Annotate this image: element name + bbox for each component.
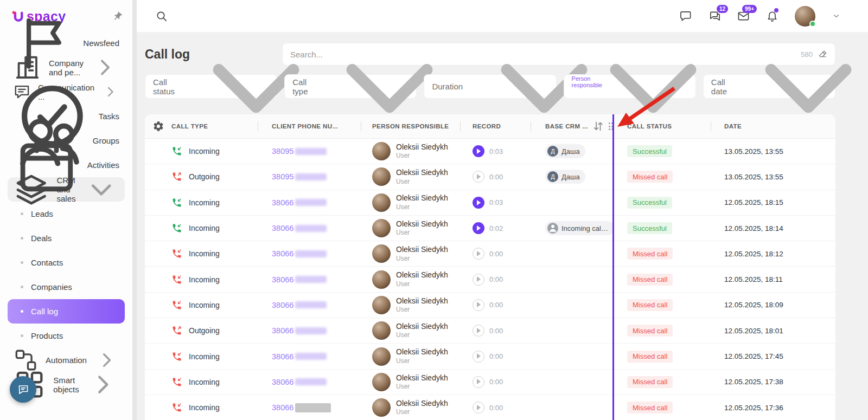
- column-header-base-crm[interactable]: BASE CRM ...: [531, 114, 613, 138]
- client-phone-link[interactable]: 38066: [272, 326, 327, 335]
- person-cell: Oleksii SiedykhUser: [361, 219, 460, 237]
- table-row[interactable]: Incoming38066Oleksii SiedykhUser0:00Miss…: [145, 267, 835, 292]
- phone-in-icon: [171, 146, 182, 157]
- table-row[interactable]: Incoming38066Oleksii SiedykhUser0:00Miss…: [145, 241, 835, 267]
- avatar: [372, 219, 391, 237]
- sidebar-item-companies[interactable]: Companies: [8, 275, 125, 299]
- filter-call-date[interactable]: Call date: [703, 74, 835, 99]
- bullet-dot: [21, 261, 23, 264]
- sidebar-item-contacts[interactable]: Contacts: [8, 250, 125, 275]
- search-icon[interactable]: [155, 10, 168, 22]
- column-header-record[interactable]: RECORD: [460, 114, 531, 138]
- column-header-call-status[interactable]: CALL STATUS: [613, 114, 711, 138]
- filter-person-responsible[interactable]: Person responsibleOleksii Sied...: [564, 74, 696, 99]
- client-phone-link[interactable]: 38066: [272, 198, 327, 207]
- client-phone-link[interactable]: 38066: [272, 301, 327, 309]
- play-button[interactable]: [473, 274, 484, 286]
- status-badge: Missed call: [627, 376, 673, 388]
- play-button[interactable]: [473, 171, 484, 183]
- base-crm-label: Даша: [561, 173, 580, 181]
- column-header-call-type[interactable]: CALL TYPE: [164, 114, 258, 138]
- pin-icon[interactable]: [112, 11, 123, 22]
- table-body: Incoming38095Oleksii SiedykhUser0:03ДДаш…: [145, 139, 835, 420]
- call-type-cell: Incoming: [164, 197, 258, 208]
- main-area: 12 99+ Call log: [137, 0, 868, 420]
- play-button[interactable]: [473, 376, 484, 388]
- status-cell: Missed call: [613, 171, 711, 183]
- sidebar-item-products[interactable]: Products: [8, 324, 125, 348]
- avatar: [372, 347, 391, 366]
- column-header-client-phone[interactable]: CLIENT PHONE NU...: [258, 114, 361, 138]
- table-row[interactable]: Outgoing38066Oleksii SiedykhUser0:00Miss…: [145, 318, 835, 344]
- play-button[interactable]: [473, 145, 484, 157]
- play-button[interactable]: [473, 402, 484, 413]
- call-type-cell: Incoming: [164, 146, 258, 157]
- filter-label: Duration: [432, 82, 463, 91]
- status-badge: Missed call: [627, 248, 673, 260]
- comment-icon[interactable]: [680, 10, 692, 22]
- client-phone-link[interactable]: 38066: [272, 224, 327, 232]
- client-phone-link[interactable]: 38066: [272, 352, 327, 361]
- status-badge: Missed call: [627, 171, 673, 183]
- table-settings-button[interactable]: [145, 114, 164, 138]
- play-button[interactable]: [473, 299, 484, 311]
- sidebar-item-call-log[interactable]: Call log: [8, 299, 125, 324]
- status-badge: Successful: [627, 222, 672, 234]
- client-phone-link[interactable]: 38066: [272, 249, 327, 258]
- sidebar-nav: NewsfeedCompany and pe...Communication .…: [0, 31, 132, 397]
- play-button[interactable]: [473, 222, 484, 234]
- chat-icon[interactable]: 12: [709, 10, 721, 22]
- call-type-label: Incoming: [189, 147, 220, 156]
- redacted-phone: [295, 225, 327, 232]
- table-row[interactable]: Incoming38066Oleksii SiedykhUser0:00Miss…: [145, 395, 835, 420]
- filter-call-type[interactable]: Call type: [284, 74, 417, 99]
- notifications-icon[interactable]: [766, 10, 778, 22]
- call-type-label: Incoming: [189, 378, 220, 386]
- sidebar-item-newsfeed[interactable]: Newsfeed: [8, 31, 125, 55]
- client-phone-link[interactable]: 38095: [272, 147, 327, 156]
- redacted-phone: [295, 148, 327, 155]
- date-cell: 12.05.2025, 18:09: [711, 301, 835, 309]
- table-row[interactable]: Incoming38066Oleksii SiedykhUser0:00Miss…: [145, 344, 835, 369]
- base-crm-contact[interactable]: ДДаша: [545, 144, 585, 158]
- sidebar-item-crm[interactable]: CRM and sales: [8, 177, 125, 202]
- table-row[interactable]: Incoming38066Oleksii SiedykhUser0:02Inco…: [145, 216, 835, 241]
- user-avatar[interactable]: [795, 6, 815, 27]
- sidebar-item-company[interactable]: Company and pe...: [8, 55, 125, 80]
- client-phone-link[interactable]: 38066: [272, 275, 327, 284]
- table-row[interactable]: Incoming38066Oleksii SiedykhUser0:03Succ…: [145, 190, 835, 216]
- filter-duration[interactable]: Duration: [424, 74, 556, 99]
- filter-call-status[interactable]: Call status: [145, 74, 277, 99]
- client-phone-link[interactable]: 38066: [272, 378, 327, 386]
- table-row[interactable]: Incoming38066Oleksii SiedykhUser0:00Miss…: [145, 293, 835, 318]
- table-row[interactable]: Incoming38095Oleksii SiedykhUser0:03ДДаш…: [145, 139, 835, 164]
- column-header-date[interactable]: DATE: [711, 114, 835, 138]
- play-button[interactable]: [473, 351, 484, 363]
- play-button[interactable]: [473, 248, 484, 260]
- client-phone-link[interactable]: 38095: [272, 172, 327, 181]
- base-crm-contact[interactable]: ДДаша: [545, 170, 585, 184]
- crm-icon: [13, 171, 49, 208]
- base-crm-call[interactable]: Incoming call 38..: [545, 221, 613, 235]
- person-name: Oleksii Siedykh: [396, 373, 448, 383]
- column-header-person-responsible[interactable]: PERSON RESPONSIBLE: [361, 114, 460, 138]
- support-chat-button[interactable]: [10, 376, 36, 403]
- phone-in-icon: [171, 300, 182, 311]
- phone-in-icon: [171, 197, 182, 208]
- date-cell: 12.05.2025, 17:45: [711, 352, 835, 360]
- call-type-cell: Incoming: [164, 274, 258, 285]
- sort-icon[interactable]: [591, 119, 605, 133]
- play-button[interactable]: [473, 325, 484, 337]
- chat-badge: 12: [717, 5, 728, 13]
- play-button[interactable]: [473, 197, 484, 209]
- mail-icon[interactable]: 99+: [737, 10, 750, 22]
- table-row[interactable]: Outgoing38095Oleksii SiedykhUser0:00ДДаш…: [145, 164, 835, 190]
- status-cell: Missed call: [613, 325, 711, 337]
- client-phone-link[interactable]: 38066: [272, 403, 331, 412]
- status-badge: Successful: [627, 145, 672, 157]
- record-duration: 0:00: [489, 327, 503, 335]
- date-cell: 12.05.2025, 18:15: [711, 198, 835, 206]
- sidebar-item-deals[interactable]: Deals: [8, 226, 125, 250]
- table-row[interactable]: Incoming38066Oleksii SiedykhUser0:00Miss…: [145, 370, 835, 395]
- page-content: Call log 580 Call statusCall typeDuratio…: [137, 32, 868, 420]
